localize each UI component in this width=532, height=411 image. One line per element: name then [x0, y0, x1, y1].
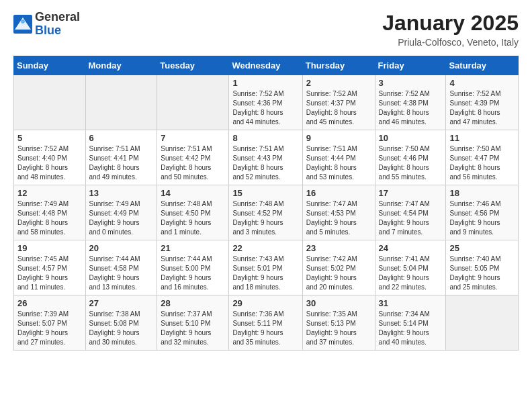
day-info: Sunrise: 7:48 AM Sunset: 4:50 PM Dayligh…: [161, 200, 212, 236]
calendar-week-2: 5Sunrise: 7:52 AM Sunset: 4:40 PM Daylig…: [14, 130, 519, 185]
weekday-header-monday: Monday: [85, 56, 157, 75]
weekday-header-row: SundayMondayTuesdayWednesdayThursdayFrid…: [14, 56, 519, 75]
calendar-cell: 9Sunrise: 7:51 AM Sunset: 4:44 PM Daylig…: [302, 130, 375, 185]
day-info: Sunrise: 7:52 AM Sunset: 4:40 PM Dayligh…: [17, 145, 69, 181]
day-info: Sunrise: 7:50 AM Sunset: 4:47 PM Dayligh…: [449, 145, 500, 181]
logo: General Blue: [13, 11, 80, 38]
day-number: 20: [89, 243, 154, 253]
weekday-header-wednesday: Wednesday: [229, 56, 302, 75]
day-number: 5: [17, 133, 82, 143]
day-info: Sunrise: 7:49 AM Sunset: 4:49 PM Dayligh…: [89, 200, 140, 236]
day-info: Sunrise: 7:52 AM Sunset: 4:37 PM Dayligh…: [306, 90, 357, 126]
day-info: Sunrise: 7:47 AM Sunset: 4:54 PM Dayligh…: [379, 200, 430, 236]
logo-text: General Blue: [35, 11, 80, 38]
calendar-cell: [85, 75, 157, 130]
day-number: 1: [232, 78, 298, 88]
day-number: 24: [379, 243, 443, 253]
day-info: Sunrise: 7:52 AM Sunset: 4:38 PM Dayligh…: [379, 90, 430, 126]
day-info: Sunrise: 7:46 AM Sunset: 4:56 PM Dayligh…: [449, 200, 500, 236]
page-container: General Blue January 2025 Priula-Colfosc…: [0, 0, 532, 361]
calendar-cell: 15Sunrise: 7:48 AM Sunset: 4:52 PM Dayli…: [229, 185, 302, 240]
calendar-table: SundayMondayTuesdayWednesdayThursdayFrid…: [13, 56, 519, 351]
calendar-cell: 14Sunrise: 7:48 AM Sunset: 4:50 PM Dayli…: [157, 185, 229, 240]
calendar-cell: [157, 75, 229, 130]
day-info: Sunrise: 7:45 AM Sunset: 4:57 PM Dayligh…: [17, 255, 69, 291]
logo-general-text: General: [35, 11, 80, 24]
title-block: January 2025 Priula-Colfosco, Veneto, It…: [382, 11, 519, 48]
calendar-cell: 10Sunrise: 7:50 AM Sunset: 4:46 PM Dayli…: [375, 130, 446, 185]
day-number: 8: [232, 133, 298, 143]
day-number: 28: [161, 298, 225, 308]
day-info: Sunrise: 7:37 AM Sunset: 5:10 PM Dayligh…: [161, 310, 212, 346]
calendar-cell: 12Sunrise: 7:49 AM Sunset: 4:48 PM Dayli…: [14, 185, 86, 240]
day-info: Sunrise: 7:39 AM Sunset: 5:07 PM Dayligh…: [17, 310, 69, 346]
calendar-week-1: 1Sunrise: 7:52 AM Sunset: 4:36 PM Daylig…: [14, 75, 519, 130]
calendar-cell: 13Sunrise: 7:49 AM Sunset: 4:49 PM Dayli…: [85, 185, 157, 240]
calendar-cell: 29Sunrise: 7:36 AM Sunset: 5:11 PM Dayli…: [229, 295, 302, 351]
weekday-header-saturday: Saturday: [446, 56, 519, 75]
calendar-cell: 25Sunrise: 7:40 AM Sunset: 5:05 PM Dayli…: [446, 240, 519, 295]
calendar-cell: 30Sunrise: 7:35 AM Sunset: 5:13 PM Dayli…: [302, 295, 375, 351]
day-info: Sunrise: 7:52 AM Sunset: 4:39 PM Dayligh…: [449, 90, 500, 126]
day-number: 27: [89, 298, 154, 308]
day-number: 26: [17, 298, 82, 308]
calendar-cell: 1Sunrise: 7:52 AM Sunset: 4:36 PM Daylig…: [229, 75, 302, 130]
day-number: 23: [306, 243, 371, 253]
day-info: Sunrise: 7:34 AM Sunset: 5:14 PM Dayligh…: [379, 310, 430, 346]
calendar-week-5: 26Sunrise: 7:39 AM Sunset: 5:07 PM Dayli…: [14, 295, 519, 351]
day-info: Sunrise: 7:38 AM Sunset: 5:08 PM Dayligh…: [89, 310, 140, 346]
day-info: Sunrise: 7:44 AM Sunset: 5:00 PM Dayligh…: [161, 255, 212, 291]
calendar-cell: 6Sunrise: 7:51 AM Sunset: 4:41 PM Daylig…: [85, 130, 157, 185]
day-info: Sunrise: 7:42 AM Sunset: 5:02 PM Dayligh…: [306, 255, 357, 291]
weekday-header-friday: Friday: [375, 56, 446, 75]
month-title: January 2025: [382, 11, 519, 36]
day-number: 10: [379, 133, 443, 143]
calendar-cell: 21Sunrise: 7:44 AM Sunset: 5:00 PM Dayli…: [157, 240, 229, 295]
weekday-header-tuesday: Tuesday: [157, 56, 229, 75]
day-number: 3: [379, 78, 443, 88]
calendar-cell: 27Sunrise: 7:38 AM Sunset: 5:08 PM Dayli…: [85, 295, 157, 351]
day-number: 16: [306, 188, 371, 198]
day-info: Sunrise: 7:50 AM Sunset: 4:46 PM Dayligh…: [379, 145, 430, 181]
location-subtitle: Priula-Colfosco, Veneto, Italy: [382, 37, 519, 48]
day-number: 14: [161, 188, 225, 198]
calendar-cell: 4Sunrise: 7:52 AM Sunset: 4:39 PM Daylig…: [446, 75, 519, 130]
day-info: Sunrise: 7:51 AM Sunset: 4:43 PM Dayligh…: [232, 145, 283, 181]
day-info: Sunrise: 7:48 AM Sunset: 4:52 PM Dayligh…: [232, 200, 283, 236]
logo-icon: [13, 15, 32, 34]
calendar-cell: 11Sunrise: 7:50 AM Sunset: 4:47 PM Dayli…: [446, 130, 519, 185]
day-number: 9: [306, 133, 371, 143]
day-number: 4: [449, 78, 515, 88]
calendar-cell: 2Sunrise: 7:52 AM Sunset: 4:37 PM Daylig…: [302, 75, 375, 130]
day-number: 17: [379, 188, 443, 198]
calendar-cell: 7Sunrise: 7:51 AM Sunset: 4:42 PM Daylig…: [157, 130, 229, 185]
calendar-cell: [14, 75, 86, 130]
day-info: Sunrise: 7:36 AM Sunset: 5:11 PM Dayligh…: [232, 310, 283, 346]
header: General Blue January 2025 Priula-Colfosc…: [13, 11, 519, 48]
weekday-header-thursday: Thursday: [302, 56, 375, 75]
weekday-header-sunday: Sunday: [14, 56, 86, 75]
calendar-cell: 3Sunrise: 7:52 AM Sunset: 4:38 PM Daylig…: [375, 75, 446, 130]
day-number: 7: [161, 133, 225, 143]
calendar-cell: 20Sunrise: 7:44 AM Sunset: 4:58 PM Dayli…: [85, 240, 157, 295]
calendar-cell: 28Sunrise: 7:37 AM Sunset: 5:10 PM Dayli…: [157, 295, 229, 351]
day-number: 22: [232, 243, 298, 253]
day-number: 19: [17, 243, 82, 253]
day-number: 2: [306, 78, 371, 88]
day-number: 30: [306, 298, 371, 308]
day-info: Sunrise: 7:51 AM Sunset: 4:44 PM Dayligh…: [306, 145, 357, 181]
calendar-cell: 5Sunrise: 7:52 AM Sunset: 4:40 PM Daylig…: [14, 130, 86, 185]
calendar-cell: 19Sunrise: 7:45 AM Sunset: 4:57 PM Dayli…: [14, 240, 86, 295]
svg-point-2: [21, 19, 25, 24]
day-number: 29: [232, 298, 298, 308]
calendar-cell: 17Sunrise: 7:47 AM Sunset: 4:54 PM Dayli…: [375, 185, 446, 240]
day-number: 18: [449, 188, 515, 198]
day-number: 13: [89, 188, 154, 198]
day-number: 31: [379, 298, 443, 308]
logo-blue-text: Blue: [35, 24, 80, 38]
day-info: Sunrise: 7:47 AM Sunset: 4:53 PM Dayligh…: [306, 200, 357, 236]
calendar-cell: 16Sunrise: 7:47 AM Sunset: 4:53 PM Dayli…: [302, 185, 375, 240]
day-info: Sunrise: 7:51 AM Sunset: 4:42 PM Dayligh…: [161, 145, 212, 181]
calendar-cell: 8Sunrise: 7:51 AM Sunset: 4:43 PM Daylig…: [229, 130, 302, 185]
day-number: 11: [449, 133, 515, 143]
